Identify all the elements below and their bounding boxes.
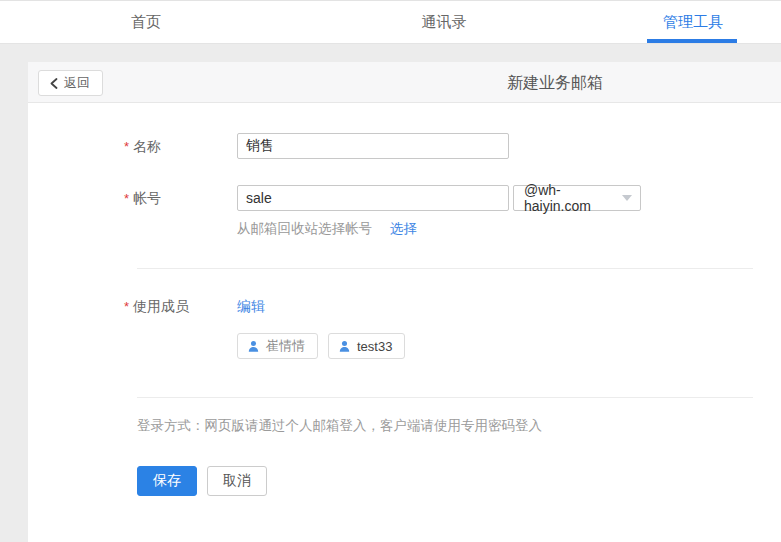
tab-admin-tools-label: 管理工具 [663,13,723,32]
active-tab-indicator [647,39,737,43]
recycle-select-link[interactable]: 选择 [390,221,417,236]
member-chip[interactable]: test33 [328,333,405,359]
new-business-mailbox-panel: 返回 新建业务邮箱 *名称 *帐号 @wh-haiyin.com 从邮箱回收站选… [28,62,781,542]
login-method-note: 登录方式：网页版请通过个人邮箱登入，客户端请使用专用密码登入 [137,417,542,435]
divider [137,397,753,398]
tab-contacts-label: 通讯录 [422,13,467,32]
cancel-button[interactable]: 取消 [207,466,267,496]
members-field-label: *使用成员 [124,298,189,316]
chevron-left-icon [49,78,58,89]
tab-admin-tools[interactable]: 管理工具 [633,1,753,44]
tab-home-label: 首页 [131,13,161,32]
tab-contacts[interactable]: 通讯录 [384,1,504,44]
back-button[interactable]: 返回 [38,70,103,96]
page-title: 新建业务邮箱 [507,73,603,94]
top-navigation: 首页 通讯录 管理工具 [0,0,781,44]
required-marker: * [124,191,129,206]
members-edit-link[interactable]: 编辑 [237,298,265,316]
form-actions: 保存 取消 [137,466,267,496]
recycle-hint-row: 从邮箱回收站选择帐号 选择 [237,220,417,238]
member-chip[interactable]: 崔情情 [237,333,318,359]
name-input[interactable] [237,133,509,159]
member-chip-label: 崔情情 [266,337,305,355]
divider [137,268,753,269]
recycle-hint-text: 从邮箱回收站选择帐号 [237,221,372,236]
tab-home[interactable]: 首页 [86,1,206,44]
member-chip-label: test33 [357,339,392,354]
panel-header: 返回 新建业务邮箱 [28,62,781,103]
required-marker: * [124,299,129,314]
domain-select[interactable]: @wh-haiyin.com [513,185,641,211]
account-field-label: *帐号 [124,190,161,208]
person-icon [247,340,260,353]
required-marker: * [124,139,129,154]
back-button-label: 返回 [64,74,90,92]
caret-down-icon [622,195,632,201]
save-button[interactable]: 保存 [137,466,197,496]
name-field-label: *名称 [124,138,161,156]
account-input[interactable] [237,185,509,211]
member-chips: 崔情情 test33 [237,333,405,359]
person-icon [338,340,351,353]
domain-select-value: @wh-haiyin.com [524,182,622,214]
